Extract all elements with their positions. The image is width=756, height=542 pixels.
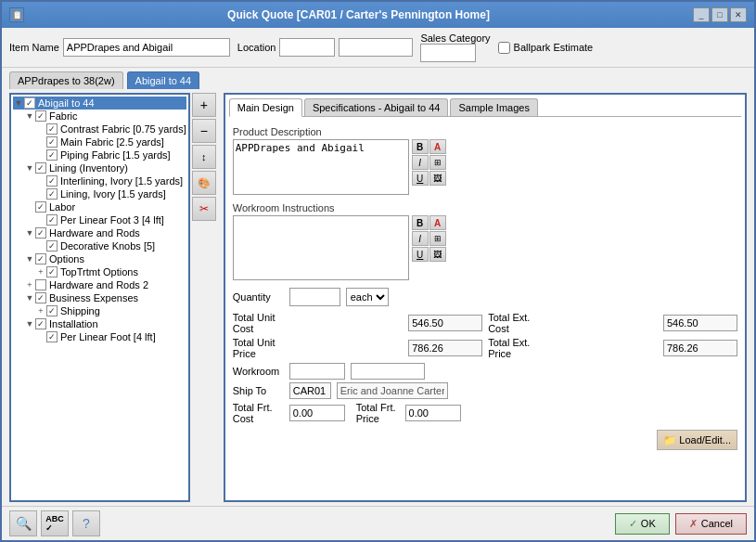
help-button[interactable]: ? (72, 510, 100, 536)
interlining-checkbox[interactable] (46, 175, 58, 187)
tree-area[interactable]: ▼ Abigail to 44 ▼ Fabric Contrast Fabric… (9, 93, 190, 502)
list-item[interactable]: Contrast Fabric [0.75 yards] (35, 123, 186, 136)
tab-sample-images[interactable]: Sample Images (450, 98, 537, 116)
list-item[interactable]: ▼ Business Expenses (24, 291, 186, 304)
wi-table-button[interactable]: ⊞ (429, 231, 446, 246)
list-item[interactable]: + TopTrtmt Options (35, 265, 186, 278)
table-button[interactable]: ⊞ (429, 155, 446, 170)
wi-image-button[interactable]: 🖼 (429, 247, 446, 262)
list-item[interactable]: Decorative Knobs [5] (35, 239, 186, 252)
per-linear-foot2-checkbox[interactable] (46, 331, 58, 342)
fabric-checkbox[interactable] (35, 110, 46, 122)
expand-root-icon[interactable]: ▼ (13, 98, 24, 108)
minimize-button[interactable]: _ (693, 7, 710, 22)
wi-italic-button[interactable]: I (412, 231, 429, 246)
list-item[interactable]: ▼ Hardware and Rods (24, 226, 186, 239)
font-color-button[interactable]: A (429, 139, 446, 154)
expand-lining-icon[interactable]: ▼ (24, 163, 35, 173)
wi-bold-button[interactable]: B (412, 215, 429, 230)
total-frt-cost-input[interactable] (289, 405, 345, 421)
workroom-field-input2[interactable] (351, 363, 425, 380)
list-item[interactable]: + Hardware and Rods 2 (24, 278, 186, 291)
italic-button[interactable]: I (412, 155, 429, 170)
total-ext-cost-input[interactable] (663, 315, 737, 331)
add-button[interactable]: + (192, 93, 216, 117)
shipping-checkbox[interactable] (46, 305, 58, 316)
expand-fabric-icon[interactable]: ▼ (24, 111, 35, 121)
expand-hardware2-icon[interactable]: + (24, 280, 35, 290)
labor-checkbox[interactable] (35, 201, 46, 213)
expand-shipping-icon[interactable]: + (35, 306, 46, 316)
list-item[interactable]: ▼ Fabric (24, 110, 186, 123)
tab-appdrapes[interactable]: APPdrapes to 38(2w) (9, 71, 123, 89)
tab-abigail[interactable]: Abigail to 44 (127, 71, 200, 89)
tab-specifications[interactable]: Specifications - Abigail to 44 (304, 98, 449, 116)
ballpark-checkbox[interactable] (498, 42, 510, 54)
total-ext-price-input[interactable] (663, 340, 737, 356)
decorative-knobs-checkbox[interactable] (46, 240, 58, 252)
item-name-input[interactable] (63, 38, 230, 57)
main-fabric-checkbox[interactable] (46, 136, 58, 148)
location-input[interactable] (279, 38, 335, 57)
toptrtmt-checkbox[interactable] (46, 266, 58, 277)
total-unit-cost-input[interactable] (408, 315, 482, 331)
expand-toptrtmt-icon[interactable]: + (35, 267, 46, 277)
search-button[interactable]: 🔍 (9, 510, 37, 536)
list-item[interactable]: Main Fabric [2.5 yards] (35, 136, 186, 148)
list-item[interactable]: Per Linear Foot [4 lft] (35, 330, 186, 343)
expand-hardware-icon[interactable]: ▼ (24, 228, 35, 238)
list-item[interactable]: + Shipping (35, 304, 186, 317)
list-item[interactable]: Labor (24, 200, 186, 213)
tab-main-design[interactable]: Main Design (229, 98, 302, 117)
expand-installation-icon[interactable]: ▼ (24, 319, 35, 329)
load-edit-button[interactable]: 📁 Load/Edit... (657, 430, 737, 450)
hardware-checkbox[interactable] (35, 227, 46, 239)
list-item[interactable]: Per Linear Foot 3 [4 lft] (35, 213, 186, 226)
underline-button[interactable]: U (412, 171, 429, 186)
sales-category-input[interactable] (420, 44, 476, 62)
move-button[interactable]: ↕ (192, 145, 216, 169)
product-description-input[interactable]: APPDrapes and Abigail (233, 139, 409, 195)
bizexp-checkbox[interactable] (35, 292, 46, 303)
list-item[interactable]: Interlining, Ivory [1.5 yards] (35, 174, 186, 187)
total-unit-price-input[interactable] (408, 340, 482, 356)
list-item[interactable]: ▼ Installation (24, 317, 186, 330)
expand-bizexp-icon[interactable]: ▼ (24, 293, 35, 303)
contrast-fabric-checkbox[interactable] (46, 123, 58, 135)
ok-button[interactable]: ✓ OK (615, 513, 670, 535)
ship-to-name-input[interactable] (337, 382, 448, 399)
lining-ivory-checkbox[interactable] (46, 188, 58, 200)
abc-button[interactable]: ABC✓ (41, 510, 69, 536)
quantity-input[interactable] (289, 288, 340, 306)
tree-root-checkbox[interactable] (24, 97, 35, 109)
lining-checkbox[interactable] (35, 162, 46, 174)
workroom-instructions-input[interactable] (233, 215, 409, 280)
color-button[interactable]: 🎨 (192, 171, 216, 195)
close-button[interactable]: ✕ (730, 7, 747, 22)
ship-to-code-input[interactable] (289, 382, 331, 399)
total-frt-price-input[interactable] (405, 405, 461, 421)
maximize-button[interactable]: □ (711, 7, 728, 22)
quantity-unit-select[interactable]: each pair set (346, 288, 389, 306)
location-input2[interactable] (339, 38, 413, 57)
tree-root[interactable]: ▼ Abigail to 44 (13, 97, 186, 110)
hardware2-checkbox[interactable] (35, 279, 46, 290)
installation-checkbox[interactable] (35, 318, 46, 329)
window-icon: 📋 (9, 7, 24, 22)
per-linear-foot-checkbox[interactable] (46, 214, 58, 226)
image-button[interactable]: 🖼 (429, 171, 446, 186)
options-checkbox[interactable] (35, 253, 46, 265)
cancel-button[interactable]: ✗ Cancel (675, 513, 747, 535)
cut-button[interactable]: ✂ (192, 197, 216, 221)
workroom-field-input[interactable] (289, 363, 345, 380)
list-item[interactable]: ▼ Lining (Inventory) (24, 161, 186, 174)
list-item[interactable]: Lining, Ivory [1.5 yards] (35, 187, 186, 200)
remove-button[interactable]: − (192, 119, 216, 143)
list-item[interactable]: ▼ Options (24, 252, 186, 265)
expand-options-icon[interactable]: ▼ (24, 254, 35, 264)
piping-fabric-checkbox[interactable] (46, 149, 58, 161)
list-item[interactable]: Piping Fabric [1.5 yards] (35, 148, 186, 161)
bold-button[interactable]: B (412, 139, 429, 154)
wi-underline-button[interactable]: U (412, 247, 429, 262)
wi-font-color-button[interactable]: A (429, 215, 446, 230)
